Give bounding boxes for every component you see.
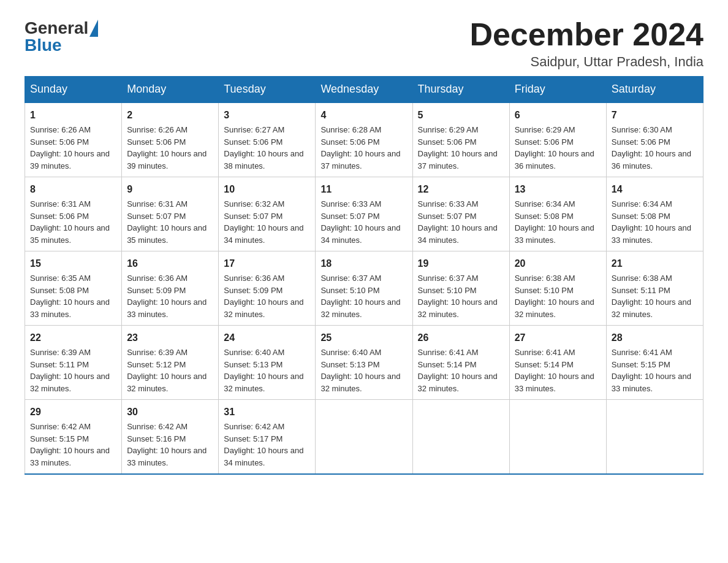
calendar-day-cell: 1 Sunrise: 6:26 AMSunset: 5:06 PMDayligh… xyxy=(25,102,122,177)
day-info: Sunrise: 6:35 AMSunset: 5:08 PMDaylight:… xyxy=(30,274,110,319)
day-info: Sunrise: 6:31 AMSunset: 5:07 PMDaylight:… xyxy=(127,199,207,245)
day-number: 27 xyxy=(515,331,601,345)
day-number: 22 xyxy=(30,331,116,345)
calendar-day-cell: 18 Sunrise: 6:37 AMSunset: 5:10 PMDaylig… xyxy=(316,251,412,326)
weekday-header-saturday: Saturday xyxy=(606,77,703,103)
day-number: 19 xyxy=(418,256,504,271)
day-number: 18 xyxy=(320,256,407,271)
day-number: 7 xyxy=(612,108,698,123)
location-subtitle: Saidpur, Uttar Pradesh, India xyxy=(469,54,703,70)
day-number: 3 xyxy=(224,108,310,123)
day-info: Sunrise: 6:38 AMSunset: 5:11 PMDaylight:… xyxy=(612,274,691,319)
day-info: Sunrise: 6:26 AMSunset: 5:06 PMDaylight:… xyxy=(127,125,207,170)
calendar-day-cell: 31 Sunrise: 6:42 AMSunset: 5:17 PMDaylig… xyxy=(219,400,316,475)
day-number: 14 xyxy=(612,182,698,197)
day-info: Sunrise: 6:32 AMSunset: 5:07 PMDaylight:… xyxy=(224,199,303,245)
calendar-day-cell: 8 Sunrise: 6:31 AMSunset: 5:06 PMDayligh… xyxy=(25,177,122,251)
day-info: Sunrise: 6:40 AMSunset: 5:13 PMDaylight:… xyxy=(320,348,400,393)
logo-blue-text: Blue xyxy=(25,36,98,55)
day-number: 17 xyxy=(224,256,310,271)
calendar-day-cell: 24 Sunrise: 6:40 AMSunset: 5:13 PMDaylig… xyxy=(219,326,316,400)
weekday-header-wednesday: Wednesday xyxy=(316,77,412,103)
day-info: Sunrise: 6:42 AMSunset: 5:15 PMDaylight:… xyxy=(30,422,110,467)
day-number: 10 xyxy=(224,182,310,197)
day-info: Sunrise: 6:42 AMSunset: 5:16 PMDaylight:… xyxy=(127,422,207,467)
calendar-day-cell: 16 Sunrise: 6:36 AMSunset: 5:09 PMDaylig… xyxy=(122,251,219,326)
day-number: 26 xyxy=(418,331,504,345)
calendar-day-cell: 21 Sunrise: 6:38 AMSunset: 5:11 PMDaylig… xyxy=(606,251,703,326)
page-header: General Blue December 2024 Saidpur, Utta… xyxy=(25,18,703,70)
calendar-table: SundayMondayTuesdayWednesdayThursdayFrid… xyxy=(25,76,703,475)
logo-general-text: General xyxy=(25,18,98,37)
day-number: 2 xyxy=(127,108,213,123)
calendar-day-cell: 13 Sunrise: 6:34 AMSunset: 5:08 PMDaylig… xyxy=(509,177,606,251)
calendar-day-cell xyxy=(606,400,703,475)
calendar-day-cell xyxy=(316,400,412,475)
day-info: Sunrise: 6:30 AMSunset: 5:06 PMDaylight:… xyxy=(612,125,691,170)
day-number: 21 xyxy=(612,256,698,271)
calendar-day-cell: 23 Sunrise: 6:39 AMSunset: 5:12 PMDaylig… xyxy=(122,326,219,400)
day-info: Sunrise: 6:39 AMSunset: 5:11 PMDaylight:… xyxy=(30,348,110,393)
calendar-day-cell: 26 Sunrise: 6:41 AMSunset: 5:14 PMDaylig… xyxy=(412,326,509,400)
calendar-day-cell: 19 Sunrise: 6:37 AMSunset: 5:10 PMDaylig… xyxy=(412,251,509,326)
weekday-header-row: SundayMondayTuesdayWednesdayThursdayFrid… xyxy=(25,77,703,103)
day-info: Sunrise: 6:34 AMSunset: 5:08 PMDaylight:… xyxy=(515,199,594,245)
day-info: Sunrise: 6:26 AMSunset: 5:06 PMDaylight:… xyxy=(30,125,110,170)
day-info: Sunrise: 6:38 AMSunset: 5:10 PMDaylight:… xyxy=(515,274,594,319)
day-number: 15 xyxy=(30,256,116,271)
calendar-day-cell: 27 Sunrise: 6:41 AMSunset: 5:14 PMDaylig… xyxy=(509,326,606,400)
day-number: 20 xyxy=(515,256,601,271)
day-number: 28 xyxy=(612,331,698,345)
day-info: Sunrise: 6:29 AMSunset: 5:06 PMDaylight:… xyxy=(515,125,594,170)
calendar-day-cell: 29 Sunrise: 6:42 AMSunset: 5:15 PMDaylig… xyxy=(25,400,122,475)
day-info: Sunrise: 6:42 AMSunset: 5:17 PMDaylight:… xyxy=(224,422,303,467)
day-number: 9 xyxy=(127,182,213,197)
day-number: 31 xyxy=(224,405,310,419)
weekday-header-tuesday: Tuesday xyxy=(219,77,316,103)
day-info: Sunrise: 6:27 AMSunset: 5:06 PMDaylight:… xyxy=(224,125,303,170)
title-section: December 2024 Saidpur, Uttar Pradesh, In… xyxy=(469,18,703,70)
calendar-day-cell: 14 Sunrise: 6:34 AMSunset: 5:08 PMDaylig… xyxy=(606,177,703,251)
calendar-day-cell: 15 Sunrise: 6:35 AMSunset: 5:08 PMDaylig… xyxy=(25,251,122,326)
calendar-week-row: 8 Sunrise: 6:31 AMSunset: 5:06 PMDayligh… xyxy=(25,177,703,251)
day-number: 12 xyxy=(418,182,504,197)
day-number: 8 xyxy=(30,182,116,197)
day-info: Sunrise: 6:28 AMSunset: 5:06 PMDaylight:… xyxy=(320,125,400,170)
day-number: 16 xyxy=(127,256,213,271)
calendar-week-row: 22 Sunrise: 6:39 AMSunset: 5:11 PMDaylig… xyxy=(25,326,703,400)
day-info: Sunrise: 6:41 AMSunset: 5:14 PMDaylight:… xyxy=(515,348,594,393)
day-number: 24 xyxy=(224,331,310,345)
calendar-day-cell: 30 Sunrise: 6:42 AMSunset: 5:16 PMDaylig… xyxy=(122,400,219,475)
calendar-day-cell: 3 Sunrise: 6:27 AMSunset: 5:06 PMDayligh… xyxy=(219,102,316,177)
calendar-day-cell xyxy=(412,400,509,475)
month-title: December 2024 xyxy=(469,18,703,50)
day-number: 13 xyxy=(515,182,601,197)
day-info: Sunrise: 6:39 AMSunset: 5:12 PMDaylight:… xyxy=(127,348,207,393)
day-number: 30 xyxy=(127,405,213,419)
day-info: Sunrise: 6:41 AMSunset: 5:14 PMDaylight:… xyxy=(418,348,498,393)
day-number: 5 xyxy=(418,108,504,123)
day-info: Sunrise: 6:41 AMSunset: 5:15 PMDaylight:… xyxy=(612,348,691,393)
weekday-header-friday: Friday xyxy=(509,77,606,103)
day-number: 6 xyxy=(515,108,601,123)
calendar-day-cell: 28 Sunrise: 6:41 AMSunset: 5:15 PMDaylig… xyxy=(606,326,703,400)
calendar-week-row: 15 Sunrise: 6:35 AMSunset: 5:08 PMDaylig… xyxy=(25,251,703,326)
day-info: Sunrise: 6:37 AMSunset: 5:10 PMDaylight:… xyxy=(418,274,498,319)
weekday-header-thursday: Thursday xyxy=(412,77,509,103)
day-info: Sunrise: 6:36 AMSunset: 5:09 PMDaylight:… xyxy=(224,274,303,319)
day-info: Sunrise: 6:33 AMSunset: 5:07 PMDaylight:… xyxy=(418,199,498,245)
calendar-day-cell xyxy=(509,400,606,475)
day-info: Sunrise: 6:40 AMSunset: 5:13 PMDaylight:… xyxy=(224,348,303,393)
calendar-day-cell: 17 Sunrise: 6:36 AMSunset: 5:09 PMDaylig… xyxy=(219,251,316,326)
logo-triangle-icon xyxy=(89,20,98,37)
calendar-day-cell: 7 Sunrise: 6:30 AMSunset: 5:06 PMDayligh… xyxy=(606,102,703,177)
day-number: 4 xyxy=(320,108,407,123)
day-number: 11 xyxy=(320,182,407,197)
calendar-week-row: 1 Sunrise: 6:26 AMSunset: 5:06 PMDayligh… xyxy=(25,102,703,177)
calendar-day-cell: 22 Sunrise: 6:39 AMSunset: 5:11 PMDaylig… xyxy=(25,326,122,400)
day-info: Sunrise: 6:34 AMSunset: 5:08 PMDaylight:… xyxy=(612,199,691,245)
day-info: Sunrise: 6:33 AMSunset: 5:07 PMDaylight:… xyxy=(320,199,400,245)
day-info: Sunrise: 6:36 AMSunset: 5:09 PMDaylight:… xyxy=(127,274,207,319)
calendar-day-cell: 9 Sunrise: 6:31 AMSunset: 5:07 PMDayligh… xyxy=(122,177,219,251)
calendar-day-cell: 12 Sunrise: 6:33 AMSunset: 5:07 PMDaylig… xyxy=(412,177,509,251)
